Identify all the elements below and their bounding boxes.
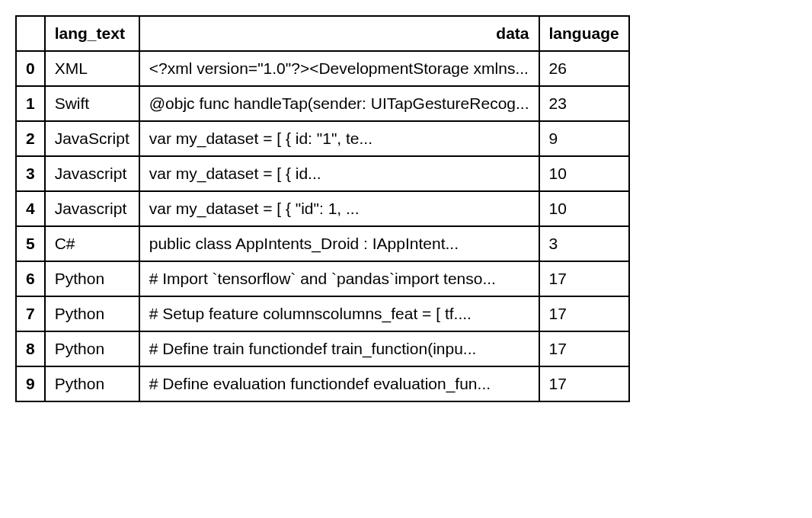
cell-data: # Define train functiondef train_functio… bbox=[139, 331, 539, 366]
table-row: 2 JavaScript var my_dataset = [ { id: "1… bbox=[16, 121, 629, 156]
cell-lang-text: Python bbox=[45, 331, 139, 366]
table-row: 9 Python # Define evaluation functiondef… bbox=[16, 366, 629, 401]
cell-lang-text: Python bbox=[45, 366, 139, 401]
row-index: 1 bbox=[16, 86, 45, 121]
cell-data: <?xml version="1.0"?><DevelopmentStorage… bbox=[139, 51, 539, 86]
row-index: 9 bbox=[16, 366, 45, 401]
cell-data: var my_dataset = [ { "id": 1, ... bbox=[139, 191, 539, 226]
cell-lang-text: JavaScript bbox=[45, 121, 139, 156]
cell-language: 17 bbox=[539, 296, 629, 331]
header-language: language bbox=[539, 16, 629, 51]
table-body: 0 XML <?xml version="1.0"?><DevelopmentS… bbox=[16, 51, 629, 401]
cell-lang-text: Javascript bbox=[45, 156, 139, 191]
cell-data: var my_dataset = [ { id... bbox=[139, 156, 539, 191]
row-index: 0 bbox=[16, 51, 45, 86]
dataframe-table: lang_text data language 0 XML <?xml vers… bbox=[15, 15, 630, 402]
row-index: 7 bbox=[16, 296, 45, 331]
table-row: 4 Javascript var my_dataset = [ { "id": … bbox=[16, 191, 629, 226]
cell-lang-text: XML bbox=[45, 51, 139, 86]
cell-data: # Setup feature columnscolumns_feat = [ … bbox=[139, 296, 539, 331]
table-row: 5 C# public class AppIntents_Droid : IAp… bbox=[16, 226, 629, 261]
cell-data: var my_dataset = [ { id: "1", te... bbox=[139, 121, 539, 156]
header-data: data bbox=[139, 16, 539, 51]
cell-data: @objc func handleTap(sender: UITapGestur… bbox=[139, 86, 539, 121]
table-row: 8 Python # Define train functiondef trai… bbox=[16, 331, 629, 366]
cell-lang-text: Swift bbox=[45, 86, 139, 121]
cell-language: 3 bbox=[539, 226, 629, 261]
cell-data: # Import `tensorflow` and `pandas`import… bbox=[139, 261, 539, 296]
cell-language: 10 bbox=[539, 156, 629, 191]
cell-lang-text: Javascript bbox=[45, 191, 139, 226]
cell-language: 10 bbox=[539, 191, 629, 226]
row-index: 2 bbox=[16, 121, 45, 156]
row-index: 5 bbox=[16, 226, 45, 261]
cell-data: # Define evaluation functiondef evaluati… bbox=[139, 366, 539, 401]
cell-language: 17 bbox=[539, 331, 629, 366]
table-header: lang_text data language bbox=[16, 16, 629, 51]
cell-language: 17 bbox=[539, 366, 629, 401]
cell-lang-text: C# bbox=[45, 226, 139, 261]
table-row: 3 Javascript var my_dataset = [ { id... … bbox=[16, 156, 629, 191]
table-row: 7 Python # Setup feature columnscolumns_… bbox=[16, 296, 629, 331]
cell-language: 17 bbox=[539, 261, 629, 296]
header-row: lang_text data language bbox=[16, 16, 629, 51]
table-row: 6 Python # Import `tensorflow` and `pand… bbox=[16, 261, 629, 296]
header-lang-text: lang_text bbox=[45, 16, 139, 51]
cell-data: public class AppIntents_Droid : IAppInte… bbox=[139, 226, 539, 261]
table-row: 1 Swift @objc func handleTap(sender: UIT… bbox=[16, 86, 629, 121]
row-index: 4 bbox=[16, 191, 45, 226]
row-index: 6 bbox=[16, 261, 45, 296]
cell-lang-text: Python bbox=[45, 261, 139, 296]
row-index: 3 bbox=[16, 156, 45, 191]
table-row: 0 XML <?xml version="1.0"?><DevelopmentS… bbox=[16, 51, 629, 86]
cell-language: 9 bbox=[539, 121, 629, 156]
header-index bbox=[16, 16, 45, 51]
cell-language: 23 bbox=[539, 86, 629, 121]
row-index: 8 bbox=[16, 331, 45, 366]
cell-lang-text: Python bbox=[45, 296, 139, 331]
cell-language: 26 bbox=[539, 51, 629, 86]
